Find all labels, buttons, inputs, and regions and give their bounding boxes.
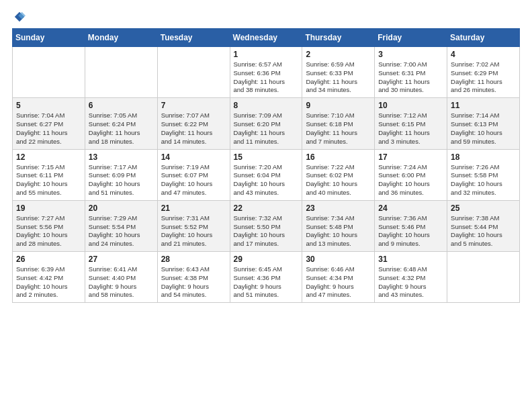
day-header-monday: Monday xyxy=(85,29,157,47)
day-number: 29 xyxy=(234,255,299,264)
day-info: Sunrise: 7:38 AM Sunset: 5:44 PM Dayligh… xyxy=(451,214,516,248)
day-header-sunday: Sunday xyxy=(13,29,85,47)
day-info: Sunrise: 7:34 AM Sunset: 5:48 PM Dayligh… xyxy=(306,214,371,248)
header xyxy=(12,11,520,23)
calendar-cell: 30Sunrise: 6:46 AM Sunset: 4:34 PM Dayli… xyxy=(302,252,375,303)
day-number: 27 xyxy=(89,255,154,264)
calendar-cell xyxy=(447,252,520,303)
calendar-cell xyxy=(85,47,157,98)
calendar-cell: 24Sunrise: 7:36 AM Sunset: 5:46 PM Dayli… xyxy=(375,200,447,251)
day-number: 2 xyxy=(306,50,371,59)
day-number: 16 xyxy=(306,152,371,162)
calendar-cell: 23Sunrise: 7:34 AM Sunset: 5:48 PM Dayli… xyxy=(302,200,375,251)
day-number: 30 xyxy=(306,255,371,264)
day-number: 12 xyxy=(16,152,81,162)
calendar-cell: 13Sunrise: 7:17 AM Sunset: 6:09 PM Dayli… xyxy=(85,149,157,200)
day-number: 20 xyxy=(89,203,154,213)
day-info: Sunrise: 6:57 AM Sunset: 6:36 PM Dayligh… xyxy=(234,60,299,95)
day-info: Sunrise: 6:46 AM Sunset: 4:34 PM Dayligh… xyxy=(306,265,371,300)
day-number: 25 xyxy=(451,203,516,213)
day-info: Sunrise: 7:32 AM Sunset: 5:50 PM Dayligh… xyxy=(234,214,299,248)
calendar-week-row: 1Sunrise: 6:57 AM Sunset: 6:36 PM Daylig… xyxy=(13,47,520,98)
day-header-thursday: Thursday xyxy=(302,29,375,47)
day-info: Sunrise: 7:24 AM Sunset: 6:00 PM Dayligh… xyxy=(378,163,443,197)
day-number: 3 xyxy=(378,50,443,59)
day-info: Sunrise: 7:10 AM Sunset: 6:18 PM Dayligh… xyxy=(306,111,371,146)
calendar-cell: 29Sunrise: 6:45 AM Sunset: 4:36 PM Dayli… xyxy=(230,252,302,303)
calendar-cell: 31Sunrise: 6:48 AM Sunset: 4:32 PM Dayli… xyxy=(375,252,447,303)
day-number: 11 xyxy=(451,101,516,110)
calendar-cell: 1Sunrise: 6:57 AM Sunset: 6:36 PM Daylig… xyxy=(230,47,302,98)
day-info: Sunrise: 7:14 AM Sunset: 6:13 PM Dayligh… xyxy=(451,111,516,146)
day-header-saturday: Saturday xyxy=(447,29,520,47)
day-header-wednesday: Wednesday xyxy=(230,29,302,47)
calendar-week-row: 5Sunrise: 7:04 AM Sunset: 6:27 PM Daylig… xyxy=(13,98,520,149)
calendar-cell: 17Sunrise: 7:24 AM Sunset: 6:00 PM Dayli… xyxy=(375,149,447,200)
day-number: 6 xyxy=(89,101,154,110)
day-info: Sunrise: 7:31 AM Sunset: 5:52 PM Dayligh… xyxy=(161,214,226,248)
day-info: Sunrise: 7:00 AM Sunset: 6:31 PM Dayligh… xyxy=(378,60,443,95)
calendar-cell: 16Sunrise: 7:22 AM Sunset: 6:02 PM Dayli… xyxy=(302,149,375,200)
calendar-cell: 8Sunrise: 7:09 AM Sunset: 6:20 PM Daylig… xyxy=(230,98,302,149)
calendar-page: SundayMondayTuesdayWednesdayThursdayFrid… xyxy=(0,0,532,411)
calendar-cell: 19Sunrise: 7:27 AM Sunset: 5:56 PM Dayli… xyxy=(13,200,85,251)
logo-icon xyxy=(13,11,26,23)
day-info: Sunrise: 7:27 AM Sunset: 5:56 PM Dayligh… xyxy=(16,214,81,248)
calendar-cell: 12Sunrise: 7:15 AM Sunset: 6:11 PM Dayli… xyxy=(13,149,85,200)
calendar-cell: 26Sunrise: 6:39 AM Sunset: 4:42 PM Dayli… xyxy=(13,252,85,303)
day-number: 18 xyxy=(451,152,516,162)
day-number: 19 xyxy=(16,203,81,213)
day-number: 4 xyxy=(451,50,516,59)
day-number: 8 xyxy=(234,101,299,110)
day-info: Sunrise: 7:15 AM Sunset: 6:11 PM Dayligh… xyxy=(16,163,81,197)
logo xyxy=(12,11,26,23)
calendar-cell: 3Sunrise: 7:00 AM Sunset: 6:31 PM Daylig… xyxy=(375,47,447,98)
calendar-table: SundayMondayTuesdayWednesdayThursdayFrid… xyxy=(12,28,520,303)
day-number: 10 xyxy=(378,101,443,110)
calendar-cell: 4Sunrise: 7:02 AM Sunset: 6:29 PM Daylig… xyxy=(447,47,520,98)
calendar-cell: 2Sunrise: 6:59 AM Sunset: 6:33 PM Daylig… xyxy=(302,47,375,98)
day-info: Sunrise: 6:59 AM Sunset: 6:33 PM Dayligh… xyxy=(306,60,371,95)
calendar-cell: 6Sunrise: 7:05 AM Sunset: 6:24 PM Daylig… xyxy=(85,98,157,149)
day-info: Sunrise: 6:43 AM Sunset: 4:38 PM Dayligh… xyxy=(161,265,226,300)
day-number: 17 xyxy=(378,152,443,162)
calendar-cell: 7Sunrise: 7:07 AM Sunset: 6:22 PM Daylig… xyxy=(157,98,230,149)
day-info: Sunrise: 7:22 AM Sunset: 6:02 PM Dayligh… xyxy=(306,163,371,197)
calendar-cell: 27Sunrise: 6:41 AM Sunset: 4:40 PM Dayli… xyxy=(85,252,157,303)
day-info: Sunrise: 7:36 AM Sunset: 5:46 PM Dayligh… xyxy=(378,214,443,248)
day-number: 13 xyxy=(89,152,154,162)
calendar-cell: 10Sunrise: 7:12 AM Sunset: 6:15 PM Dayli… xyxy=(375,98,447,149)
calendar-header-row: SundayMondayTuesdayWednesdayThursdayFrid… xyxy=(13,29,520,47)
calendar-cell: 14Sunrise: 7:19 AM Sunset: 6:07 PM Dayli… xyxy=(157,149,230,200)
day-number: 26 xyxy=(16,255,81,264)
day-number: 9 xyxy=(306,101,371,110)
day-number: 31 xyxy=(378,255,443,264)
day-number: 28 xyxy=(161,255,226,264)
day-info: Sunrise: 7:19 AM Sunset: 6:07 PM Dayligh… xyxy=(161,163,226,197)
day-info: Sunrise: 7:07 AM Sunset: 6:22 PM Dayligh… xyxy=(161,111,226,146)
day-number: 22 xyxy=(234,203,299,213)
day-info: Sunrise: 6:48 AM Sunset: 4:32 PM Dayligh… xyxy=(378,265,443,300)
calendar-cell: 5Sunrise: 7:04 AM Sunset: 6:27 PM Daylig… xyxy=(13,98,85,149)
day-number: 14 xyxy=(161,152,226,162)
calendar-cell: 28Sunrise: 6:43 AM Sunset: 4:38 PM Dayli… xyxy=(157,252,230,303)
day-info: Sunrise: 7:29 AM Sunset: 5:54 PM Dayligh… xyxy=(89,214,154,248)
day-number: 1 xyxy=(234,50,299,59)
calendar-cell: 15Sunrise: 7:20 AM Sunset: 6:04 PM Dayli… xyxy=(230,149,302,200)
calendar-cell: 20Sunrise: 7:29 AM Sunset: 5:54 PM Dayli… xyxy=(85,200,157,251)
calendar-cell: 25Sunrise: 7:38 AM Sunset: 5:44 PM Dayli… xyxy=(447,200,520,251)
day-number: 15 xyxy=(234,152,299,162)
day-info: Sunrise: 7:05 AM Sunset: 6:24 PM Dayligh… xyxy=(89,111,154,146)
day-number: 5 xyxy=(16,101,81,110)
day-number: 21 xyxy=(161,203,226,213)
day-info: Sunrise: 6:39 AM Sunset: 4:42 PM Dayligh… xyxy=(16,265,81,300)
day-header-tuesday: Tuesday xyxy=(157,29,230,47)
day-info: Sunrise: 7:09 AM Sunset: 6:20 PM Dayligh… xyxy=(234,111,299,146)
day-info: Sunrise: 7:02 AM Sunset: 6:29 PM Dayligh… xyxy=(451,60,516,95)
day-info: Sunrise: 7:17 AM Sunset: 6:09 PM Dayligh… xyxy=(89,163,154,197)
calendar-cell: 21Sunrise: 7:31 AM Sunset: 5:52 PM Dayli… xyxy=(157,200,230,251)
calendar-cell: 22Sunrise: 7:32 AM Sunset: 5:50 PM Dayli… xyxy=(230,200,302,251)
day-header-friday: Friday xyxy=(375,29,447,47)
day-number: 23 xyxy=(306,203,371,213)
day-number: 24 xyxy=(378,203,443,213)
